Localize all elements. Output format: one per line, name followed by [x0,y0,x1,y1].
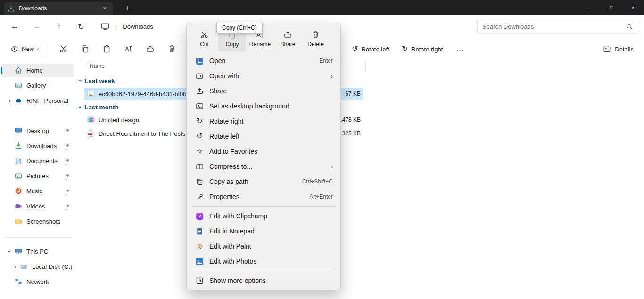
menu-item-share[interactable]: Share [189,83,338,99]
cut-button[interactable] [54,41,73,58]
photos-app-icon [194,57,205,65]
forward-button[interactable]: → [29,19,44,34]
tab-close-icon[interactable]: × [100,4,109,13]
sidebar-item-label: Pictures [26,173,64,180]
menu-item-open-with[interactable]: Open with › [189,68,338,83]
breadcrumb-location[interactable]: Downloads [123,23,153,30]
menu-item-edit-with-clipchamp[interactable]: Edit with Clipchamp [189,208,338,224]
menu-item-rotate-left[interactable]: ↺ Rotate left [189,129,338,144]
sidebar-item-screenshots[interactable]: Screenshots [1,215,74,228]
sidebar-item-desktop[interactable]: Desktop [1,124,74,137]
delete-button[interactable] [163,41,182,58]
home-icon [14,66,22,74]
breadcrumb: › Downloads [101,22,153,31]
column-header-name[interactable]: Name [90,63,105,69]
group-header-last-week[interactable]: › Last week [79,76,115,85]
search-box[interactable] [477,19,638,34]
tab-downloads[interactable]: Downloads × [4,2,113,15]
menu-item-label: Rotate right [209,117,333,125]
menu-item-set-as-desktop-background[interactable]: Set as desktop background [189,99,338,114]
expand-chevron-icon[interactable]: › [14,264,16,270]
new-tab-button[interactable]: + [122,2,134,14]
sidebar-item-home[interactable]: Home [1,64,74,77]
menu-item-label: Rotate left [209,133,333,140]
window-controls: ─ □ × [579,0,644,15]
menu-item-label: Edit with Photos [209,257,333,265]
rename-button[interactable] [119,41,138,58]
search-input[interactable] [482,23,626,30]
menu-item-properties[interactable]: Properties Alt+Enter [189,189,338,204]
this-pc-icon[interactable] [101,22,109,31]
sidebar-item-downloads[interactable]: Downloads [1,139,74,152]
rotate-right-button[interactable]: ↻ Rotate right [398,42,447,56]
menu-item-label: Properties [209,193,309,200]
details-button[interactable]: Details [599,42,637,57]
back-button[interactable]: ← [7,19,22,34]
quick-action-label: Rename [249,41,271,48]
search-icon[interactable] [626,23,633,30]
details-label: Details [615,46,634,53]
column-divider[interactable] [365,62,366,71]
sidebar-divider [5,237,72,238]
sidebar-item-network[interactable]: Network [1,275,74,288]
paste-button[interactable] [98,41,116,58]
rotate-left-label: Rotate left [361,46,389,53]
context-menu-list: Open Enter Open with › Share Set as desk… [189,53,338,288]
menu-item-label: Edit with Paint [209,242,333,250]
collapse-chevron-icon[interactable]: › [7,250,13,252]
rotate-left-button[interactable]: ↺ Rotate left [348,42,393,56]
up-button[interactable]: ↑ [51,19,66,34]
menu-item-copy-as-path[interactable]: Copy as path Ctrl+Shift+C [189,174,338,189]
menu-item-show-more-options[interactable]: Show more options [189,273,338,288]
sidebar-item-videos[interactable]: Videos [1,199,74,213]
menu-item-edit-in-notepad[interactable]: Edit in Notepad [189,224,338,239]
menu-item-edit-with-paint[interactable]: Edit with Paint [189,239,338,254]
copy-button[interactable] [76,41,95,58]
expand-chevron-icon[interactable]: › [8,98,10,104]
menu-item-rotate-right[interactable]: ↻ Rotate right [189,114,338,129]
wallpaper-icon [194,102,205,110]
menu-item-compress-to[interactable]: Compress to... › [189,159,338,174]
share-icon [283,30,292,39]
pin-icon [64,188,71,194]
commandbar-right-group: ↺ Rotate left ↻ Rotate right … [348,38,469,60]
ctx-share-button[interactable]: Share [274,26,302,51]
sidebar-item-gallery[interactable]: Gallery [1,79,74,92]
network-icon [14,278,22,285]
ctx-cut-button[interactable]: Cut [190,26,218,51]
sidebar-item-documents[interactable]: Documents [1,154,74,167]
quick-action-label: Copy [225,41,239,48]
close-button[interactable]: × [622,0,644,15]
sidebar-item-label: Gallery [26,82,74,89]
sidebar-item-label: Documents [26,158,64,165]
menu-item-label: Add to Favorites [209,148,333,155]
menu-item-open[interactable]: Open Enter [189,53,338,68]
sidebar-item-label: Home [26,67,74,74]
disk-icon [20,263,28,270]
new-button[interactable]: New › [8,42,41,56]
file-list-area: Name › Last week ec60b062-1979-446d-b431… [76,60,644,299]
sidebar-item-local-disk-c[interactable]: › Local Disk (C:) [1,260,74,273]
copy-icon [81,44,90,53]
sidebar-item-this-pc[interactable]: › This PC [1,245,74,258]
maximize-button[interactable]: □ [601,0,622,15]
quick-action-label: Delete [307,41,324,48]
menu-item-label: Set as desktop background [209,102,333,110]
more-options-button[interactable]: … [451,44,469,54]
details-pane-icon [603,45,611,53]
menu-divider [192,271,335,271]
selection-indicator [1,67,2,74]
titlebar: Downloads × + ─ □ × [0,0,644,15]
share-button[interactable] [141,41,160,58]
menu-item-edit-with-photos[interactable]: Edit with Photos [189,254,338,269]
group-header-last-month[interactable]: › Last month [79,102,119,112]
menu-item-add-to-favorites[interactable]: ☆ Add to Favorites [189,144,338,159]
refresh-button[interactable]: ↻ [74,19,89,34]
sidebar-item-label: Downloads [26,142,64,150]
sidebar-item-onedrive[interactable]: › RINI - Personal [1,94,74,107]
sidebar-item-pictures[interactable]: Pictures [1,169,74,183]
ctx-delete-button[interactable]: Delete [302,26,330,51]
sidebar-item-music[interactable]: Music [1,184,74,198]
sidebar-item-label: Videos [26,203,64,210]
minimize-button[interactable]: ─ [579,0,601,15]
